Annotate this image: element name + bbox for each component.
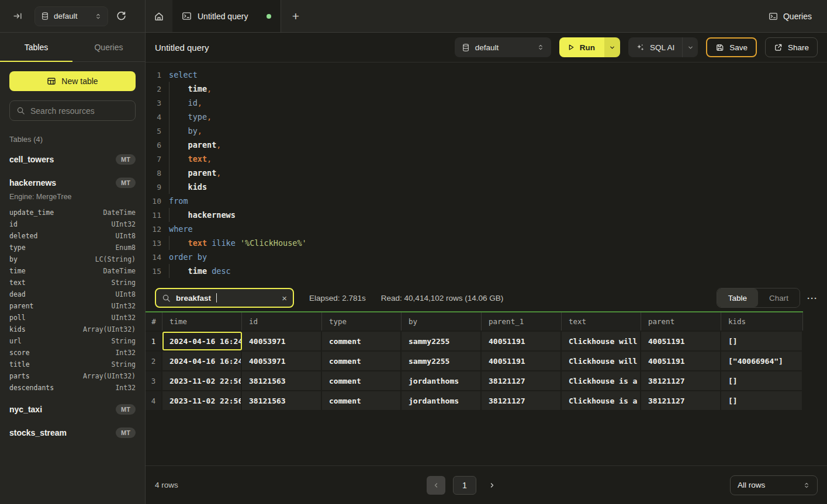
results-search-input[interactable]: breakfast × xyxy=(155,288,294,308)
line-number: 15 xyxy=(146,267,169,276)
table-cell[interactable]: jordanthoms xyxy=(402,391,482,410)
schema-row-id[interactable]: idUInt32 xyxy=(9,218,136,230)
new-table-button[interactable]: New table xyxy=(9,71,136,91)
column-header-by[interactable]: by xyxy=(402,312,482,331)
tab-tables[interactable]: Tables xyxy=(0,33,72,61)
collapse-sidebar-icon[interactable] xyxy=(13,11,23,21)
table-cell[interactable]: comment xyxy=(322,352,402,370)
column-header-text[interactable]: text xyxy=(562,312,641,331)
table-cell[interactable]: sammy2255 xyxy=(402,352,482,370)
table-cell[interactable]: 40053971 xyxy=(242,332,322,350)
page-size-selector[interactable]: All rows xyxy=(730,475,818,495)
schema-row-by[interactable]: byLC(String) xyxy=(9,253,136,265)
save-button[interactable]: Save xyxy=(706,37,757,57)
schema-row-kids[interactable]: kidsArray(UInt32) xyxy=(9,324,136,335)
column-header-parent[interactable]: parent xyxy=(641,312,721,331)
column-name: text xyxy=(9,279,26,287)
tab-queries[interactable]: Queries xyxy=(72,33,145,61)
table-cell[interactable]: 40051191 xyxy=(641,352,721,370)
terminal-icon xyxy=(769,12,778,21)
table-cell[interactable]: 2023-11-02 22:56… xyxy=(162,391,242,410)
query-database-selector[interactable]: default xyxy=(455,37,551,57)
table-cell[interactable]: 2024-04-16 16:24… xyxy=(162,332,242,350)
table-cell[interactable]: 38121127 xyxy=(641,371,721,390)
sql-editor[interactable]: 1select2 time,3 id,4 type,5 by,6 parent,… xyxy=(146,62,827,284)
tab-untitled-query[interactable]: Untitled query xyxy=(172,0,281,32)
home-icon[interactable] xyxy=(146,0,172,32)
schema-row-url[interactable]: urlString xyxy=(9,335,136,347)
unsaved-dot xyxy=(267,14,271,19)
query-database-value: default xyxy=(475,43,532,52)
results-spacer xyxy=(146,410,827,465)
run-button[interactable]: Run xyxy=(559,37,604,57)
table-cell[interactable]: comment xyxy=(322,371,402,390)
database-selector[interactable]: default xyxy=(34,6,108,26)
schema-row-parts[interactable]: partsArray(UInt32) xyxy=(9,370,136,382)
schema-row-poll[interactable]: pollUInt32 xyxy=(9,312,136,324)
table-cell[interactable]: 40051191 xyxy=(482,332,562,350)
table-item-stocks_stream[interactable]: stocks_streamMT xyxy=(9,425,136,440)
run-options-button[interactable] xyxy=(604,37,620,57)
table-cell[interactable]: 38121127 xyxy=(482,391,562,410)
schema-row-descendants[interactable]: descendantsInt32 xyxy=(9,382,136,394)
schema-row-title[interactable]: titleString xyxy=(9,359,136,370)
column-header-time[interactable]: time xyxy=(162,312,242,331)
table-cell[interactable]: 2023-11-02 22:56… xyxy=(162,371,242,390)
previous-page-button[interactable] xyxy=(427,476,445,495)
view-table-button[interactable]: Table xyxy=(717,289,758,307)
table-cell[interactable]: 40053971 xyxy=(242,352,322,370)
table-item-hackernews[interactable]: hackernewsMT xyxy=(9,175,136,190)
column-header-id[interactable]: id xyxy=(242,312,322,331)
table-cell[interactable]: 40051191 xyxy=(641,332,721,350)
table-cell[interactable]: [] xyxy=(721,391,803,410)
column-header-type[interactable]: type xyxy=(322,312,402,331)
new-tab-button[interactable]: + xyxy=(281,0,310,32)
code-line: 7 text, xyxy=(146,152,827,166)
table-cell[interactable]: jordanthoms xyxy=(402,371,482,390)
table-cell[interactable]: 38121563 xyxy=(242,391,322,410)
engine-badge: MT xyxy=(116,154,136,165)
refresh-icon[interactable] xyxy=(116,11,126,21)
line-number: 12 xyxy=(146,225,169,234)
table-cell[interactable]: 38121127 xyxy=(482,371,562,390)
schema-row-time[interactable]: timeDateTime xyxy=(9,265,136,277)
search-resources-input[interactable]: Search resources xyxy=(9,100,136,121)
table-cell[interactable]: Clickhouse will … xyxy=(562,352,641,370)
table-cell[interactable]: Clickhouse will … xyxy=(562,332,641,350)
column-header-parent_1[interactable]: parent_1 xyxy=(482,312,562,331)
table-row: 22024-04-16 16:24…40053971commentsammy22… xyxy=(146,350,803,370)
share-button[interactable]: Share xyxy=(765,37,818,57)
table-cell[interactable]: 40051191 xyxy=(482,352,562,370)
table-item-cell_towers[interactable]: cell_towersMT xyxy=(9,152,136,167)
schema-row-parent[interactable]: parentUInt32 xyxy=(9,300,136,312)
table-cell[interactable]: comment xyxy=(322,332,402,350)
clear-search-icon[interactable]: × xyxy=(282,293,287,303)
schema-row-deleted[interactable]: deletedUInt8 xyxy=(9,230,136,242)
table-item-nyc_taxi[interactable]: nyc_taxiMT xyxy=(9,402,136,417)
table-cell[interactable]: [] xyxy=(721,371,803,390)
sql-ai-button[interactable]: SQL AI xyxy=(628,37,682,57)
table-cell[interactable]: [] xyxy=(721,332,803,350)
next-page-button[interactable] xyxy=(484,476,500,495)
column-name: time xyxy=(9,267,26,275)
schema-row-update_time[interactable]: update_timeDateTime xyxy=(9,207,136,218)
schema-row-type[interactable]: typeEnum8 xyxy=(9,242,136,253)
sql-ai-options-button[interactable] xyxy=(682,37,698,57)
column-header-kids[interactable]: kids xyxy=(721,312,803,331)
column-header-num[interactable]: # xyxy=(146,312,162,331)
table-cell[interactable]: Clickhouse is a … xyxy=(562,371,641,390)
table-cell[interactable]: 2024-04-16 16:24… xyxy=(162,352,242,370)
table-cell[interactable]: sammy2255 xyxy=(402,332,482,350)
queries-link[interactable]: Queries xyxy=(769,12,812,21)
schema-row-text[interactable]: textString xyxy=(9,277,136,289)
table-cell[interactable]: 38121127 xyxy=(641,391,721,410)
page-number[interactable]: 1 xyxy=(453,476,476,495)
schema-row-dead[interactable]: deadUInt8 xyxy=(9,289,136,300)
table-cell[interactable]: 38121563 xyxy=(242,371,322,390)
table-cell[interactable]: Clickhouse is a … xyxy=(562,391,641,410)
more-options-icon[interactable]: ··· xyxy=(807,293,818,303)
schema-row-score[interactable]: scoreInt32 xyxy=(9,347,136,359)
view-chart-button[interactable]: Chart xyxy=(758,289,800,307)
table-cell[interactable]: ["40066964"] xyxy=(721,352,803,370)
table-cell[interactable]: comment xyxy=(322,391,402,410)
